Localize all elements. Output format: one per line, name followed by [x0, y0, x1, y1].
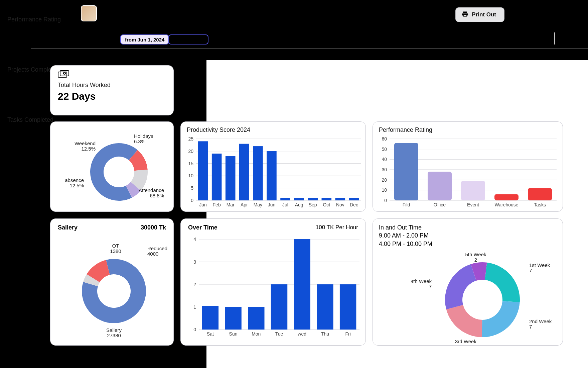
card-overtime: Over Time 100 TK Per Hour 01234SatSunMon…: [180, 218, 366, 346]
card-productivity: Productivity Score 2024 0510152025JanFeb…: [180, 121, 366, 212]
svg-text:Nov: Nov: [336, 202, 344, 207]
card-salary: Sallery 30000 Tk Sallery27380OT1380Reduc…: [50, 218, 174, 346]
svg-text:Thu: Thu: [321, 331, 329, 337]
svg-text:absence12.5%: absence12.5%: [65, 177, 84, 188]
svg-text:Jun: Jun: [268, 202, 276, 207]
svg-rect-62: [428, 172, 452, 200]
svg-text:Tue: Tue: [275, 331, 283, 337]
svg-text:30: 30: [382, 167, 387, 172]
svg-rect-87: [248, 307, 264, 330]
svg-text:Fri: Fri: [345, 331, 350, 337]
svg-text:Mon: Mon: [252, 331, 261, 337]
productivity-bar-chart: 0510152025JanFebMarAprMayJunJulAugSepOct…: [181, 135, 366, 210]
svg-point-2: [63, 72, 65, 74]
svg-text:4th Week7: 4th Week7: [411, 278, 432, 289]
kpi-value: 22 Days: [58, 91, 166, 102]
svg-text:5: 5: [191, 185, 193, 191]
svg-text:Dec: Dec: [350, 202, 358, 207]
svg-rect-93: [317, 284, 333, 330]
svg-text:Warehouse: Warehouse: [494, 202, 518, 207]
svg-text:1: 1: [193, 304, 196, 310]
perf-bar-chart: 0102030405060FildOfficeEventWarehouseTas…: [373, 135, 563, 210]
svg-text:20: 20: [382, 177, 387, 183]
svg-text:Apr: Apr: [241, 202, 248, 207]
svg-text:Attendance68.8%: Attendance68.8%: [139, 187, 164, 198]
avatar[interactable]: [81, 5, 97, 21]
svg-rect-85: [225, 307, 241, 330]
svg-text:Feb: Feb: [213, 202, 221, 207]
svg-text:OT1380: OT1380: [110, 243, 121, 254]
svg-text:3rd Week6: 3rd Week6: [455, 339, 476, 343]
app-header: Print Out: [31, 0, 588, 25]
svg-rect-24: [212, 154, 222, 200]
svg-text:0: 0: [193, 327, 196, 332]
filter-row: from Jun 1, 2024: [31, 25, 588, 49]
salary-total: 30000 Tk: [141, 224, 166, 231]
svg-text:2nd Week7: 2nd Week7: [529, 318, 552, 330]
svg-text:Weekend12.5%: Weekend12.5%: [75, 141, 96, 152]
svg-text:0: 0: [191, 198, 193, 203]
card-perf-rating: Performance Rating 0102030405060FildOffi…: [373, 121, 563, 212]
svg-rect-83: [202, 306, 218, 330]
salary-title: Sallery: [58, 224, 78, 231]
svg-text:60: 60: [382, 136, 387, 142]
overtime-rate: 100 TK Per Hour: [316, 224, 358, 231]
overtime-title: Over Time: [188, 224, 217, 231]
svg-rect-32: [267, 151, 277, 200]
svg-text:Jul: Jul: [282, 202, 288, 207]
svg-text:Jan: Jan: [199, 202, 207, 207]
svg-rect-22: [198, 141, 208, 200]
svg-rect-66: [494, 194, 519, 200]
svg-text:10: 10: [382, 187, 387, 193]
svg-text:Holidays6.3%: Holidays6.3%: [134, 133, 153, 144]
svg-rect-64: [461, 181, 485, 200]
card-attendance-donut: Attendance68.8%absence12.5%Weekend12.5%H…: [50, 121, 174, 212]
svg-rect-30: [253, 146, 263, 200]
svg-text:20: 20: [188, 149, 193, 154]
svg-rect-1: [60, 71, 69, 76]
svg-text:May: May: [254, 202, 262, 207]
svg-text:40: 40: [382, 157, 387, 162]
filter-divider: [31, 48, 588, 49]
svg-rect-68: [528, 188, 552, 200]
svg-text:15: 15: [188, 161, 193, 166]
svg-text:50: 50: [382, 147, 387, 152]
inout-donut-chart: 1st Week72nd Week73rd Week64th Week75th …: [372, 246, 563, 343]
svg-text:4: 4: [193, 237, 196, 242]
card-inout: In and Out Time 9.00 AM - 2.00 PM 4.00 P…: [373, 218, 563, 346]
sidebar-divider: [31, 0, 31, 368]
check-circle-icon: [7, 55, 116, 64]
svg-text:Sallery27380: Sallery27380: [106, 327, 122, 338]
salary-donut-chart: Sallery27380OT1380Reduced4000: [50, 234, 174, 341]
card-title: Performance Rating: [379, 126, 563, 133]
svg-text:Sun: Sun: [229, 331, 238, 337]
svg-text:10: 10: [188, 173, 193, 178]
svg-text:5th Week2: 5th Week2: [465, 252, 486, 263]
svg-text:0: 0: [384, 198, 387, 203]
svg-rect-91: [294, 239, 310, 330]
svg-rect-44: [349, 198, 359, 200]
svg-text:Fild: Fild: [403, 202, 410, 207]
svg-rect-28: [239, 144, 249, 200]
text-cursor: [554, 32, 555, 44]
print-label: Print Out: [472, 11, 496, 18]
svg-text:Oct: Oct: [323, 202, 330, 207]
svg-text:Mar: Mar: [227, 202, 235, 207]
svg-text:Reduced4000: Reduced4000: [147, 246, 167, 257]
date-from-pill[interactable]: from Jun 1, 2024: [120, 34, 169, 44]
svg-text:3: 3: [193, 259, 196, 265]
overtime-bar-chart: 01234SatSunMonTuewedThuFri: [181, 234, 366, 341]
svg-rect-26: [226, 156, 236, 200]
attendance-donut-chart: Attendance68.8%absence12.5%Weekend12.5%H…: [50, 122, 174, 212]
inout-title: In and Out Time: [379, 223, 563, 232]
print-button[interactable]: Print Out: [455, 7, 504, 22]
svg-text:2: 2: [193, 282, 196, 287]
svg-rect-36: [294, 198, 304, 200]
svg-text:Aug: Aug: [295, 202, 303, 207]
svg-text:1st Week7: 1st Week7: [529, 262, 550, 273]
date-to-pill[interactable]: [168, 34, 208, 44]
kpi-label: Total Hours Worked: [58, 82, 166, 89]
svg-text:Sep: Sep: [309, 202, 317, 207]
svg-text:Sat: Sat: [207, 331, 214, 337]
svg-text:Tasks: Tasks: [534, 202, 546, 207]
